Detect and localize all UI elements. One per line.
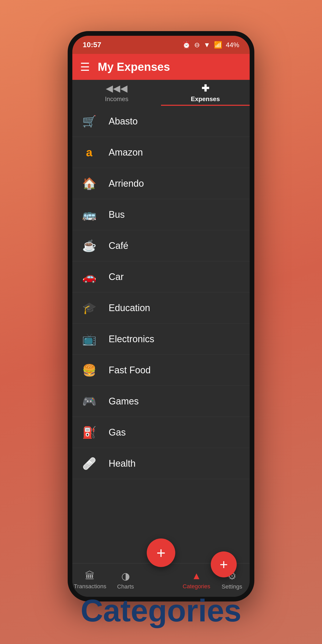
health-icon: 🩹 [80, 454, 98, 473]
top-bar: ☰ My Expenses [72, 54, 250, 80]
fastfood-icon: 🍔 [80, 361, 98, 379]
list-item-abasto[interactable]: 🛒 Abasto [72, 106, 250, 137]
wifi-icon: ▼ [204, 41, 210, 49]
car-icon: 🚗 [80, 268, 98, 286]
alarm-icon: ⏰ [182, 41, 191, 49]
label-electronics: Electronics [109, 334, 154, 345]
nav-settings-label: Settings [222, 583, 242, 590]
menu-button[interactable]: ☰ [80, 61, 90, 73]
page-bottom-label: Categories [0, 593, 322, 628]
nav-charts[interactable]: ◑ Charts [108, 570, 143, 590]
list-item-amazon[interactable]: a Amazon [72, 137, 250, 168]
label-games: Games [109, 396, 139, 407]
list-item-games[interactable]: 🎮 Games [72, 386, 250, 417]
label-car: Car [109, 271, 124, 282]
list-item-car[interactable]: 🚗 Car [72, 261, 250, 292]
games-icon: 🎮 [80, 392, 98, 410]
home-icon: 🏠 [80, 174, 98, 193]
nav-charts-label: Charts [117, 583, 134, 590]
charts-icon: ◑ [121, 570, 130, 582]
label-amazon: Amazon [109, 147, 143, 158]
label-education: Education [109, 303, 150, 313]
dnd-icon: ⊖ [194, 41, 200, 49]
list-item-electronics[interactable]: 📺 Electronics [72, 324, 250, 355]
label-abasto: Abasto [109, 116, 138, 127]
label-health: Health [109, 458, 136, 469]
signal-icon: 📶 [214, 41, 222, 49]
list-item-fastfood[interactable]: 🍔 Fast Food [72, 355, 250, 386]
incomes-icon: ◀◀◀ [106, 83, 128, 94]
tab-expenses[interactable]: ✚ Expenses [161, 80, 250, 106]
electronics-icon: 📺 [80, 330, 98, 348]
status-icons: ⏰ ⊖ ▼ 📶 44% [182, 41, 239, 49]
transactions-icon: 🏛 [85, 570, 95, 582]
list-item-bus[interactable]: 🚌 Bus [72, 199, 250, 230]
nav-transactions[interactable]: 🏛 Transactions [72, 570, 108, 590]
tab-incomes[interactable]: ◀◀◀ Incomes [72, 80, 161, 106]
fab-add-button[interactable]: + [211, 551, 237, 577]
amazon-icon: a [80, 143, 98, 162]
fab-center-button[interactable]: + [147, 538, 175, 567]
tab-expenses-label: Expenses [191, 95, 220, 103]
tab-bar: ◀◀◀ Incomes ✚ Expenses [72, 80, 250, 106]
phone-frame: 10:57 ⏰ ⊖ ▼ 📶 44% ☰ My Expenses ◀◀◀ Inco… [68, 31, 254, 601]
nav-categories[interactable]: ▲ Categories [179, 570, 214, 590]
list-item-arriendo[interactable]: 🏠 Arriendo [72, 168, 250, 199]
app-title: My Expenses [98, 60, 170, 73]
label-bus: Bus [109, 209, 125, 220]
list-item-gas[interactable]: ⛽ Gas [72, 417, 250, 448]
nav-categories-active-label: Categories [183, 583, 210, 590]
list-item-health[interactable]: 🩹 Health [72, 448, 250, 479]
label-gas: Gas [109, 427, 126, 438]
label-fastfood: Fast Food [109, 365, 151, 376]
bus-icon: 🚌 [80, 206, 98, 224]
list-item-cafe[interactable]: ☕ Café [72, 230, 250, 261]
battery-label: 44% [226, 41, 239, 49]
nav-transactions-label: Transactions [74, 583, 106, 590]
status-bar: 10:57 ⏰ ⊖ ▼ 📶 44% [72, 36, 250, 54]
basket-icon: 🛒 [80, 112, 98, 130]
status-time: 10:57 [83, 41, 101, 49]
label-cafe: Café [109, 240, 128, 251]
category-list: 🛒 Abasto a Amazon 🏠 Arriendo 🚌 Bus ☕ Caf… [72, 106, 250, 572]
expenses-icon: ✚ [201, 83, 209, 94]
label-arriendo: Arriendo [109, 178, 144, 189]
gas-icon: ⛽ [80, 423, 98, 442]
education-icon: 🎓 [80, 299, 98, 317]
coffee-icon: ☕ [80, 237, 98, 255]
list-item-education[interactable]: 🎓 Education [72, 292, 250, 324]
categories-icon: ▲ [192, 570, 201, 582]
tab-incomes-label: Incomes [105, 95, 129, 103]
